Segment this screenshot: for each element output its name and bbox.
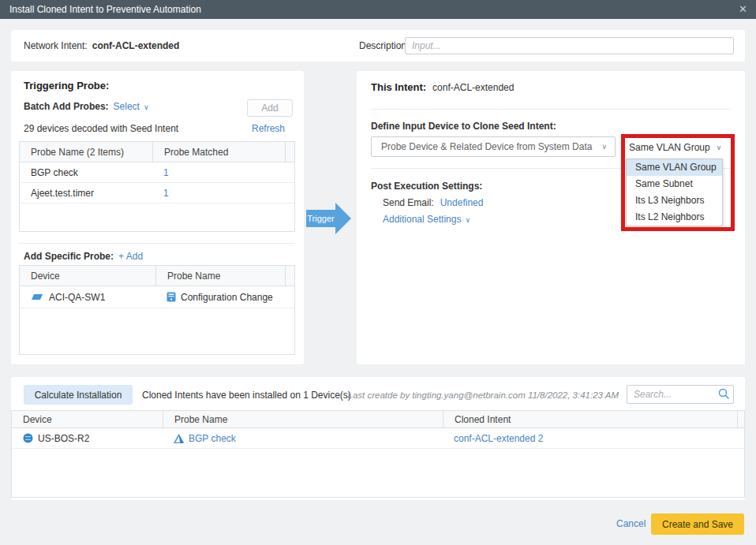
installation-status-text: Cloned Intents have been installed on 1 … bbox=[142, 390, 351, 401]
probe-name-link[interactable]: BGP check bbox=[189, 433, 236, 444]
probe-matched-link[interactable]: 1 bbox=[152, 167, 294, 178]
probe-table: Probe Name (2 Items) Probe Matched BGP c… bbox=[19, 141, 295, 232]
last-created-text: Last creatde by tingting.yang@netbrain.c… bbox=[348, 390, 619, 400]
search-box bbox=[627, 385, 734, 404]
probe-table-header-matched: Probe Matched bbox=[152, 142, 285, 162]
scope-option[interactable]: Its L3 Neighbors bbox=[627, 192, 722, 209]
chevron-down-icon: ∨ bbox=[144, 103, 149, 111]
specific-table-header-strip bbox=[285, 266, 294, 286]
define-input-device-label: Define Input Device to Clone Seed Intent… bbox=[371, 121, 556, 132]
scope-option[interactable]: Same VLAN Group bbox=[627, 159, 722, 176]
scope-option[interactable]: Same Subnet bbox=[627, 176, 722, 192]
probe-table-header-strip bbox=[285, 142, 294, 162]
this-intent-value: conf-ACL-extended bbox=[432, 82, 514, 93]
installation-panel: Calculate Installation Cloned Intents ha… bbox=[11, 377, 745, 500]
trigger-arrow: Trigger bbox=[306, 203, 352, 234]
dialog-titlebar: Install Cloned Intent to Preventive Auto… bbox=[0, 0, 756, 19]
dialog-title: Install Cloned Intent to Preventive Auto… bbox=[9, 4, 201, 15]
scope-option[interactable]: Its L2 Neighbors bbox=[627, 209, 722, 226]
section-divider bbox=[19, 243, 295, 244]
probe-matched-link[interactable]: 1 bbox=[152, 188, 294, 199]
decoded-devices-text: 29 devices decoded with Seed Intent bbox=[24, 123, 178, 134]
device-name: ACI-QA-SW1 bbox=[49, 292, 105, 303]
config-change-icon bbox=[167, 292, 176, 302]
installed-header-probe: Probe Name bbox=[163, 411, 443, 427]
chevron-down-icon: ∨ bbox=[601, 143, 607, 151]
refresh-link[interactable]: Refresh bbox=[252, 123, 285, 134]
divider bbox=[371, 109, 731, 110]
triggering-probe-title: Triggering Probe: bbox=[24, 80, 109, 91]
probe-name-cell: Ajeet.test.timer bbox=[20, 188, 152, 199]
probe-table-header-name: Probe Name (2 Items) bbox=[20, 142, 152, 162]
scope-select[interactable]: Same VLAN Group ∨ bbox=[629, 142, 721, 153]
additional-settings-link[interactable]: Additional Settings∨ bbox=[383, 214, 470, 225]
device-source-select[interactable]: Probe Device & Related Device from Syste… bbox=[371, 136, 616, 157]
create-and-save-button[interactable]: Create and Save bbox=[651, 513, 744, 535]
specific-table-header-probe: Probe Name bbox=[155, 266, 285, 286]
add-button[interactable]: Add bbox=[247, 99, 293, 117]
send-email-value-link[interactable]: Undefined bbox=[440, 197, 484, 208]
close-icon[interactable]: ✕ bbox=[739, 0, 747, 19]
table-row: Ajeet.test.timer 1 bbox=[20, 183, 294, 203]
search-icon[interactable] bbox=[718, 388, 730, 400]
description-label: Description: bbox=[359, 30, 409, 62]
specific-table-header-device: Device bbox=[20, 266, 155, 286]
scope-dropdown-menu: Same VLAN Group Same Subnet Its L3 Neigh… bbox=[626, 159, 723, 226]
this-intent-label: This Intent: bbox=[371, 81, 426, 93]
specific-probe-table: Device Probe Name ACI-QA-SW1 Configurati… bbox=[19, 265, 295, 355]
send-email-label: Send Email: bbox=[383, 197, 434, 208]
description-input[interactable] bbox=[405, 37, 734, 54]
cloned-intent-link[interactable]: conf-ACL-extended 2 bbox=[454, 433, 543, 444]
post-execution-settings-label: Post Execution Settings: bbox=[371, 181, 482, 192]
intent-header-card: Network Intent: conf-ACL-extended Descri… bbox=[11, 30, 745, 62]
network-intent-value: conf-ACL-extended bbox=[92, 40, 180, 51]
table-row: US-BOS-R2 BGP check conf-ACL-extended 2 bbox=[12, 428, 744, 449]
probe-name-cell: BGP check bbox=[20, 167, 152, 178]
trigger-arrow-label: Trigger bbox=[306, 210, 335, 227]
triggering-probe-panel: Triggering Probe: Batch Add Probes: Sele… bbox=[11, 71, 304, 364]
chevron-down-icon: ∨ bbox=[717, 144, 722, 151]
switch-device-icon bbox=[31, 293, 44, 302]
calculate-installation-button[interactable]: Calculate Installation bbox=[24, 385, 133, 405]
device-name: US-BOS-R2 bbox=[38, 433, 89, 444]
table-row: BGP check 1 bbox=[20, 162, 294, 183]
table-row: ACI-QA-SW1 Configuration Change bbox=[20, 286, 294, 308]
add-specific-probe-label: Add Specific Probe: bbox=[24, 251, 114, 262]
add-specific-probe-link[interactable]: + Add bbox=[118, 251, 143, 262]
installed-header-strip bbox=[737, 411, 744, 427]
batch-add-probes-label: Batch Add Probes: bbox=[24, 101, 109, 112]
cancel-button[interactable]: Cancel bbox=[616, 518, 646, 529]
network-intent-label: Network Intent: bbox=[24, 40, 88, 51]
router-device-icon bbox=[23, 433, 33, 443]
installed-header-cloned: Cloned Intent bbox=[443, 411, 737, 427]
installed-intents-table: Device Probe Name Cloned Intent US-BOS-R… bbox=[11, 410, 745, 498]
probe-name: Configuration Change bbox=[181, 292, 273, 303]
chevron-down-icon: ∨ bbox=[465, 216, 470, 224]
probe-triangle-icon bbox=[174, 434, 184, 443]
batch-add-select[interactable]: Select∨ bbox=[114, 101, 149, 112]
trigger-arrow-tip bbox=[335, 203, 351, 234]
installed-header-device: Device bbox=[12, 411, 163, 427]
